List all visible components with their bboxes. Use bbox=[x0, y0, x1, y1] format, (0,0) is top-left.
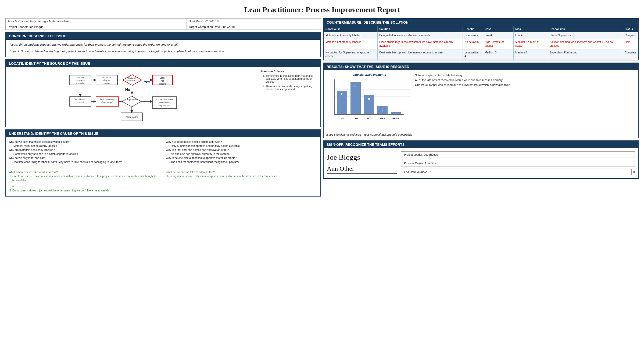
svg-text:request: request bbox=[77, 101, 84, 103]
issue-2: There are occasionaly delays in getting … bbox=[266, 85, 318, 91]
ul-green-list: Create an area in materials stores for o… bbox=[9, 174, 160, 182]
svg-text:15: 15 bbox=[354, 84, 357, 88]
cm-benefit-3: Less waiting 4 bbox=[463, 49, 483, 60]
table-row: Materials not properly labelled Place or… bbox=[324, 39, 638, 49]
svg-text:JAN: JAN bbox=[353, 117, 358, 120]
col-status: Status bbox=[623, 26, 638, 32]
results-content: Late Materials Incidents bbox=[324, 70, 638, 131]
ul-a1: - Material might not be clearly labelled bbox=[9, 144, 160, 148]
col-risk: Risk bbox=[514, 26, 548, 32]
results-summary: Issue significantly reduced – less compl… bbox=[324, 131, 638, 138]
cm-cost-3: Medium 3 bbox=[483, 49, 514, 60]
end-date-row: End Date: 30/04/2018 9 bbox=[401, 169, 635, 175]
svg-text:MAR: MAR bbox=[380, 117, 385, 120]
results-line-2: All of the late orders received in March… bbox=[415, 78, 635, 83]
svg-text:DEC: DEC bbox=[339, 117, 345, 120]
concern-header: CONCERN: DESCRIBE THE ISSUE bbox=[6, 32, 320, 40]
bar-chart-svg: 11 DEC 15 JAN 9 FEB 4 bbox=[334, 79, 410, 122]
cm-solution-1: Designated location for allocated materi… bbox=[378, 32, 463, 39]
svg-text:9: 9 bbox=[368, 97, 370, 100]
flowchart-svg-area: Student requests material Technician che… bbox=[9, 70, 259, 124]
signature-2: Ann Other bbox=[327, 165, 397, 174]
cm-risk-2: Medium 3 run out of space bbox=[514, 39, 548, 49]
col-benefit: Benefit bbox=[463, 26, 483, 32]
col-cost: Cost bbox=[483, 26, 514, 32]
ur-green-1: Designate a Senior Technician to approve… bbox=[170, 174, 318, 178]
results-line-1: Solution implemented in late February. bbox=[415, 73, 635, 78]
ur-a3: - The need for another person wasn't rec… bbox=[166, 160, 318, 164]
cm-cost-1: Low 4 bbox=[483, 32, 514, 39]
ul-green-list2: Do not check stores – just submit the or… bbox=[9, 188, 160, 193]
svg-text:Contact Lecturer/: Contact Lecturer/ bbox=[156, 98, 173, 101]
cm-benefit-1: Less errors 5 bbox=[463, 32, 483, 39]
flowchart-issues: Issues in 2 places Sometimes Technicians… bbox=[259, 70, 318, 92]
understand-content: Why do we think material is available wh… bbox=[6, 137, 320, 196]
signoff-section: SIGN-OFF: RECOGNIZE THE TEAMS EFFORTS Jo… bbox=[323, 140, 639, 179]
svg-text:Yes: Yes bbox=[144, 80, 150, 84]
page-title: Lean Practitioner: Process Improvement R… bbox=[5, 5, 639, 14]
ul-a2: - Sometimes only one part in a batch of … bbox=[9, 152, 160, 156]
svg-marker-31 bbox=[122, 96, 141, 107]
project-leader-cell: Project Leader: Joe Bloggs bbox=[6, 24, 187, 30]
countermeasure-table: Root Cause Solution Benefit Cost Risk Re… bbox=[324, 26, 638, 60]
understand-left: Why do we think material is available wh… bbox=[9, 140, 163, 193]
left-column: Area & Process: Engineering – Material o… bbox=[5, 18, 321, 197]
col-solution: Solution bbox=[378, 26, 463, 32]
bar-chart-wrapper: 11 DEC 15 JAN 9 FEB 4 bbox=[326, 78, 412, 128]
svg-text:available?: available? bbox=[127, 79, 137, 82]
signoff-content: Joe Bloggs Ann Other Project Leader: Joe… bbox=[324, 148, 638, 178]
understand-header: UNDERSTAND: IDENTIFY THE CAUSE OF THIS I… bbox=[6, 130, 320, 137]
end-date-field: End Date: 30/04/2018 bbox=[401, 169, 632, 175]
understand-right: Why are there delays getting orders appr… bbox=[163, 140, 318, 193]
results-header: RESULTS: SHOW THAT THE ISSUE IS RESOLVED bbox=[324, 63, 638, 70]
page-layout: Area & Process: Engineering – Material o… bbox=[5, 18, 639, 197]
right-column: COUNTERMEASURE: DESCRIBE THE SOLUTION Ro… bbox=[323, 18, 639, 197]
signoff-fields: Project Leader: Joe Bloggs Process Owner… bbox=[401, 151, 635, 175]
signature-1: Joe Bloggs bbox=[327, 153, 397, 163]
cm-solution-3: Designate backup and give training/ acce… bbox=[378, 49, 463, 60]
process-owner-field: Process Owner: Ann Other bbox=[401, 160, 635, 166]
ul-q3: Why do we only label one part? bbox=[9, 156, 160, 160]
concern-issue: Issue: When students request that we ord… bbox=[10, 42, 317, 47]
locate-section: LOCATE: IDENTIFY THE SOURCE OF THE ISSUE… bbox=[5, 59, 321, 127]
svg-text:FEB: FEB bbox=[367, 117, 372, 120]
results-text: Solution implemented in late February. A… bbox=[415, 73, 635, 88]
ul-green-2: Do not check stores – just submit the or… bbox=[12, 188, 160, 193]
flowchart-svg: Student requests material Technician che… bbox=[9, 70, 259, 124]
svg-text:explanation: explanation bbox=[159, 104, 170, 107]
issues-list: Sometimes Technicians think material is … bbox=[261, 74, 318, 91]
cm-cost-2: High 1 Waste of budget bbox=[483, 39, 514, 49]
svg-text:not: not bbox=[161, 79, 164, 82]
ur-a2: - No one else has approval authority in … bbox=[166, 152, 318, 156]
svg-text:requests: requests bbox=[76, 79, 85, 82]
svg-text:placed: placed bbox=[159, 82, 166, 85]
svg-text:No: No bbox=[125, 87, 130, 92]
svg-text:11: 11 bbox=[341, 92, 344, 96]
table-row: Materials not properly labelled Designat… bbox=[324, 32, 638, 39]
svg-text:Approved?: Approved? bbox=[127, 98, 137, 101]
ur-q3: Why is no one else authorised to approve… bbox=[166, 156, 318, 160]
signoff-header: SIGN-OFF: RECOGNIZE THE TEAMS EFFORTS bbox=[324, 141, 638, 148]
ur-green-list: Designate a Senior Technician to approve… bbox=[166, 174, 318, 178]
cm-risk-1: Low 4 bbox=[514, 32, 548, 39]
cm-responsible-2: Solution deemed too expensive and wastef… bbox=[548, 39, 623, 49]
cm-solution-2: Place orders regardless of whether we ha… bbox=[378, 39, 463, 49]
ur-a1: - Only Supervisor can approve and he may… bbox=[166, 144, 318, 148]
signature-area: Joe Bloggs Ann Other bbox=[327, 153, 397, 174]
ul-or: or bbox=[9, 184, 160, 188]
cm-status-2: Hold bbox=[623, 39, 638, 49]
ur-q1: Why are there delays getting orders appr… bbox=[166, 140, 318, 144]
svg-text:4: 4 bbox=[382, 109, 384, 112]
cm-root-3: No backup for Supervisor to approve orde… bbox=[324, 49, 378, 60]
col-root-cause: Root Cause bbox=[324, 26, 378, 32]
target-completion-cell: Target Completion Date: 28/2/2018 bbox=[187, 24, 321, 30]
countermeasure-header: COUNTERMEASURE: DESCRIBE THE SOLUTION bbox=[324, 19, 638, 26]
ur-green-header: What action can we take to address this? bbox=[166, 170, 318, 174]
svg-text:Submit order: Submit order bbox=[74, 98, 87, 100]
concern-content: Issue: When students request that we ord… bbox=[6, 40, 320, 57]
svg-text:Place order: Place order bbox=[126, 116, 138, 118]
ul-a3: - Too time consuming to label all parts.… bbox=[9, 160, 160, 164]
chart-title: Late Materials Incidents bbox=[326, 73, 412, 76]
cm-status-3: Complete bbox=[623, 49, 638, 60]
meta-table: Area & Process: Engineering – Material o… bbox=[5, 18, 321, 30]
